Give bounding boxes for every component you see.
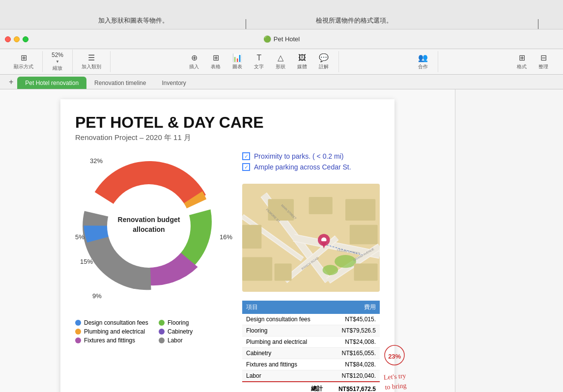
budget-table: 項目 費用 Design consultation fees NT$45,015… bbox=[242, 301, 380, 392]
category-group: ☰ 加入類別 bbox=[73, 51, 111, 72]
text-button[interactable]: T 文字 bbox=[249, 52, 269, 72]
checkbox-1[interactable]: ✓ bbox=[242, 152, 250, 160]
legend-dot-labor bbox=[159, 337, 165, 343]
tab-inventory[interactable]: Inventory bbox=[154, 77, 194, 89]
tab-pet-hotel-renovation[interactable]: Pet Hotel renovation bbox=[17, 77, 86, 89]
table-row: Plumbing and electrical NT$24,008. bbox=[242, 336, 380, 348]
media-icon: 🖼 bbox=[298, 54, 306, 62]
add-tab-button[interactable]: + bbox=[5, 75, 17, 89]
zoom-button[interactable]: 52% ▼ 縮放 bbox=[48, 50, 67, 74]
document-subtitle: Renovation Project – 2020 年 11 月 bbox=[75, 133, 380, 142]
table-row: Design consultation fees NT$45,015. bbox=[242, 314, 380, 325]
legend-label-fixtures: Fixtures and fittings bbox=[84, 337, 135, 344]
donut-chart: 32% 5% 15% 9% 16% bbox=[75, 152, 232, 309]
handwritten-notes: ✓ Proximity to parks. ( < 0.2 mi) ✓ Ampl… bbox=[242, 152, 380, 174]
close-button[interactable] bbox=[5, 36, 11, 42]
insert-group: ⊕ 插入 ⊞ 表格 📊 圖表 T 文字 △ 形狀 🖼 媒體 💬 註解 bbox=[179, 51, 339, 72]
window-title: 🟢 Pet Hotel bbox=[263, 35, 300, 43]
annotation-right: 檢視所選物件的格式選項。 bbox=[316, 16, 393, 25]
note-item-2: ✓ Ample parking across Cedar St. bbox=[242, 163, 380, 171]
svg-text:Renovation budget: Renovation budget bbox=[118, 216, 180, 224]
item-design: Design consultation fees bbox=[242, 314, 327, 325]
note-text-2: Ample parking across Cedar St. bbox=[254, 163, 351, 171]
legend-dot-cabinetry bbox=[159, 329, 165, 335]
table-row: Flooring NT$79,526.5 bbox=[242, 325, 380, 336]
item-plumbing: Plumbing and electrical bbox=[242, 336, 327, 348]
add-category-button[interactable]: ☰ 加入類別 bbox=[78, 51, 105, 72]
minimize-button[interactable] bbox=[14, 36, 20, 42]
item-labor: Labor bbox=[242, 370, 327, 382]
document-page: PET HOTEL & DAY CARE Renovation Project … bbox=[60, 99, 394, 392]
zoom-group: 52% ▼ 縮放 bbox=[43, 50, 73, 74]
collaborate-button[interactable]: 👥 合作 bbox=[413, 51, 433, 72]
view-button[interactable]: ⊞ 顯示方式 bbox=[10, 51, 37, 72]
svg-rect-21 bbox=[275, 264, 292, 281]
legend-label-cabinetry: Cabinetry bbox=[168, 328, 193, 335]
item-flooring: Flooring bbox=[242, 325, 327, 336]
svg-text:allocation: allocation bbox=[133, 225, 165, 233]
format-button[interactable]: ⊞ 格式 bbox=[512, 51, 532, 72]
map-svg: FILMORE ST. MAIN STREET CEDAR STREET GRA… bbox=[242, 184, 380, 292]
svg-rect-18 bbox=[309, 197, 333, 214]
legend-dot-plumbing bbox=[75, 329, 81, 335]
category-icon: ☰ bbox=[88, 53, 95, 62]
legend-label-flooring: Flooring bbox=[168, 319, 189, 326]
view-icon: ⊞ bbox=[21, 53, 27, 62]
comment-button[interactable]: 💬 註解 bbox=[314, 51, 334, 72]
annotation-left: 加入形狀和圖表等物件。 bbox=[98, 16, 169, 25]
organize-icon: ⊟ bbox=[540, 53, 547, 62]
check-icon-1: ✓ bbox=[244, 153, 249, 160]
col-header-cost: 費用 bbox=[327, 301, 380, 314]
item-cabinetry: Cabinetry bbox=[242, 348, 327, 359]
traffic-lights bbox=[5, 36, 28, 42]
shape-icon: △ bbox=[278, 53, 283, 62]
cost-cabinetry: NT$165,055. bbox=[327, 348, 380, 359]
svg-rect-22 bbox=[350, 225, 378, 244]
legend-fixtures: Fixtures and fittings bbox=[75, 337, 149, 344]
checkbox-2[interactable]: ✓ bbox=[242, 163, 250, 171]
insert-icon: ⊕ bbox=[191, 53, 197, 62]
total-value: NT$517,672.5 bbox=[327, 382, 380, 392]
window-title-text: Pet Hotel bbox=[274, 35, 300, 43]
legend-flooring: Flooring bbox=[159, 319, 232, 326]
table-icon: ⊞ bbox=[213, 53, 219, 62]
tabs-bar: + Pet Hotel renovation Renovation timeli… bbox=[0, 75, 563, 89]
legend-plumbing: Plumbing and electrical bbox=[75, 328, 149, 335]
total-label: 總計 bbox=[242, 382, 327, 392]
legend-cabinetry: Cabinetry bbox=[159, 328, 232, 335]
insert-button[interactable]: ⊕ 插入 bbox=[184, 51, 204, 72]
donut-svg-proper: Renovation budget allocation bbox=[75, 152, 223, 300]
table-total-row: 總計 NT$517,672.5 bbox=[242, 382, 380, 392]
table-row-labor: Labor NT$120,040. bbox=[242, 370, 380, 382]
main-content: PET HOTEL & DAY CARE Renovation Project … bbox=[0, 89, 563, 392]
cost-labor: NT$120,040. bbox=[327, 370, 380, 382]
legend-label-design: Design consultation fees bbox=[84, 319, 148, 326]
cost-flooring: NT$79,526.5 bbox=[327, 325, 380, 336]
title-bar: 🟢 Pet Hotel bbox=[0, 29, 563, 49]
shape-button[interactable]: △ 形狀 bbox=[271, 51, 290, 72]
document-title: PET HOTEL & DAY CARE bbox=[75, 114, 380, 131]
collaborate-group: 👥 合作 bbox=[408, 51, 438, 72]
item-fixtures: Fixtures and fittings bbox=[242, 359, 327, 370]
check-icon-2: ✓ bbox=[244, 164, 249, 170]
tab-renovation-timeline[interactable]: Renovation timeline bbox=[86, 77, 154, 89]
media-button[interactable]: 🖼 媒體 bbox=[292, 52, 312, 72]
note-item-1: ✓ Proximity to parks. ( < 0.2 mi) bbox=[242, 152, 380, 160]
table-row: Cabinetry NT$165,055. bbox=[242, 348, 380, 359]
svg-rect-19 bbox=[345, 199, 375, 221]
collaborate-icon: 👥 bbox=[418, 53, 428, 62]
organize-button[interactable]: ⊟ 整理 bbox=[534, 51, 553, 72]
table-button[interactable]: ⊞ 表格 bbox=[206, 51, 225, 72]
document-area[interactable]: PET HOTEL & DAY CARE Renovation Project … bbox=[0, 89, 455, 392]
chart-icon: 📊 bbox=[232, 53, 242, 62]
chart-button[interactable]: 📊 圖表 bbox=[227, 51, 247, 72]
legend-dot-flooring bbox=[159, 320, 165, 326]
chart-legend: Design consultation fees Flooring Plumbi… bbox=[75, 319, 232, 344]
maximize-button[interactable] bbox=[23, 36, 28, 42]
map-container: FILMORE ST. MAIN STREET CEDAR STREET GRA… bbox=[242, 184, 380, 292]
col-header-item: 項目 bbox=[242, 301, 327, 314]
handwritten-annotation: Let's tryto bringthis down bbox=[381, 371, 411, 392]
budget-table-container: 項目 費用 Design consultation fees NT$45,015… bbox=[242, 297, 380, 392]
legend-label-plumbing: Plumbing and electrical bbox=[84, 328, 145, 335]
svg-point-14 bbox=[335, 255, 356, 268]
